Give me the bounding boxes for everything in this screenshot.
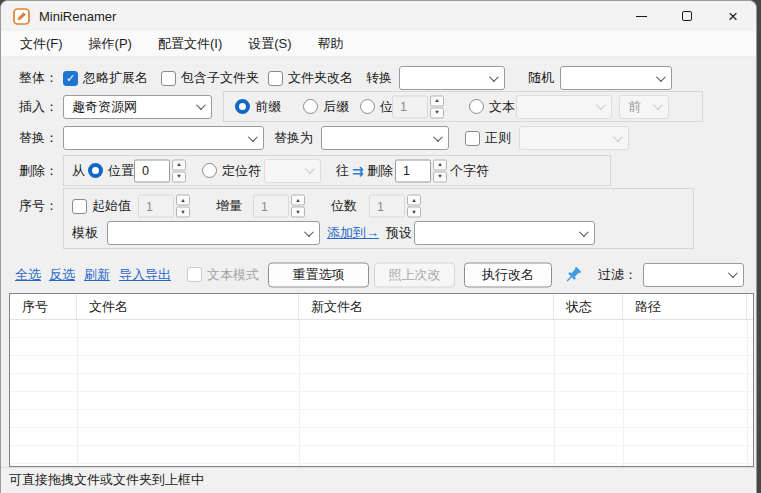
increment-stepper: 1 ▲▼ <box>253 195 305 218</box>
preset-combobox[interactable] <box>414 221 595 245</box>
delete-position-label: 位置 <box>108 162 134 180</box>
locator-label: 定位符 <box>222 162 261 180</box>
toward-label: 往 <box>336 162 349 180</box>
ignore-ext-label: 忽略扩展名 <box>83 69 148 87</box>
chevron-down-icon <box>596 100 606 110</box>
insert-options-group: 前缀 后缀 位置 1 ▲▼ 文本 <box>223 91 703 122</box>
col-header-index[interactable]: 序号 <box>10 294 77 319</box>
chevron-down-icon <box>728 268 738 278</box>
col-header-newname[interactable]: 新文件名 <box>299 294 554 319</box>
col-header-path[interactable]: 路径 <box>623 294 747 319</box>
invert-selection-link[interactable]: 反选 <box>49 266 75 284</box>
replace-find-combobox[interactable] <box>63 126 264 150</box>
window-controls: × <box>618 1 756 31</box>
delete-position-input[interactable]: 0 <box>134 159 170 182</box>
column-divider <box>623 320 624 466</box>
start-value-option: 起始值 <box>72 197 131 215</box>
start-value-checkbox[interactable] <box>72 199 87 214</box>
prefix-option: 前缀 <box>235 98 281 116</box>
insert-front-combobox[interactable]: 前 <box>619 95 669 119</box>
regex-checkbox[interactable] <box>465 131 480 146</box>
menu-settings[interactable]: 设置(S) <box>235 33 304 55</box>
menu-file[interactable]: 文件(F) <box>7 33 76 55</box>
maximize-icon <box>682 11 692 21</box>
col-header-status[interactable]: 状态 <box>554 294 623 319</box>
reset-options-button[interactable]: 重置选项 <box>268 262 369 287</box>
insert-text-label: 文本 <box>489 98 515 116</box>
pin-button[interactable] <box>564 266 582 284</box>
insert-text-combobox[interactable]: 趣奇资源网 <box>63 95 212 119</box>
suffix-radio[interactable] <box>303 99 318 114</box>
insert-text-option: 文本 <box>469 98 515 116</box>
spin-up-button[interactable]: ▲ <box>172 159 186 170</box>
column-divider <box>77 320 78 466</box>
digits-label: 位数 <box>331 197 357 215</box>
table-body-dropzone[interactable] <box>10 320 753 466</box>
direction-arrow-icon[interactable]: ⇉ <box>352 163 364 179</box>
delete-position-stepper: 0 ▲▼ <box>134 159 186 182</box>
minimize-button[interactable] <box>618 1 664 31</box>
digits-input[interactable]: 1 <box>369 195 405 218</box>
delete-count-input[interactable]: 1 <box>395 159 431 182</box>
random-combobox[interactable] <box>560 66 672 90</box>
spin-up-button[interactable]: ▲ <box>433 159 447 170</box>
menu-help[interactable]: 帮助 <box>305 33 357 55</box>
spin-down-button[interactable]: ▼ <box>433 171 447 182</box>
locator-radio[interactable] <box>202 163 217 178</box>
locator-combobox[interactable] <box>264 159 321 183</box>
close-icon: × <box>728 8 738 25</box>
increment-label: 增量 <box>216 197 242 215</box>
filter-label: 过滤： <box>598 266 637 284</box>
replace-with-combobox[interactable] <box>321 126 449 150</box>
maximize-button[interactable] <box>664 1 710 31</box>
prefix-radio[interactable] <box>235 99 250 114</box>
refresh-link[interactable]: 刷新 <box>84 266 110 284</box>
spin-down-button[interactable]: ▼ <box>407 207 421 218</box>
col-header-filename[interactable]: 文件名 <box>77 294 299 319</box>
spin-down-button[interactable]: ▼ <box>291 207 305 218</box>
add-to-link[interactable]: 添加到→ <box>327 224 379 242</box>
replace-mode-combobox[interactable] <box>519 126 629 150</box>
insert-position-radio[interactable] <box>360 99 375 114</box>
spin-up-button[interactable]: ▲ <box>176 195 190 206</box>
rename-folders-option: 文件夹改名 <box>268 69 353 87</box>
menu-operate[interactable]: 操作(P) <box>76 33 145 55</box>
insert-label: 插入： <box>19 98 58 116</box>
import-export-link[interactable]: 导入导出 <box>119 266 171 284</box>
delete-position-option: 位置 <box>88 162 134 180</box>
spin-down-button[interactable]: ▼ <box>176 207 190 218</box>
spin-down-button[interactable]: ▼ <box>430 107 444 118</box>
main-content: 整体： ✓ 忽略扩展名 包含子文件夹 文件夹改名 转换 随机 <box>1 57 756 492</box>
app-window: MiniRenamer × 文件(F) 操作(P) 配置文件(I) 设置(S) … <box>0 0 757 493</box>
include-subfolders-checkbox[interactable] <box>161 71 176 86</box>
replace-label: 替换： <box>19 129 58 147</box>
start-value-input[interactable]: 1 <box>138 195 174 218</box>
spin-up-button[interactable]: ▲ <box>291 195 305 206</box>
insert-custom-text-combobox[interactable] <box>516 95 612 119</box>
delete-word-label: 删除 <box>367 162 393 180</box>
convert-combobox[interactable] <box>399 66 505 90</box>
chevron-down-icon <box>433 132 443 142</box>
rename-folders-checkbox[interactable] <box>268 71 283 86</box>
replace-with-label: 替换为 <box>274 129 313 147</box>
template-combobox[interactable] <box>107 221 320 245</box>
ignore-ext-checkbox[interactable]: ✓ <box>63 71 78 86</box>
title-bar[interactable]: MiniRenamer × <box>1 1 756 31</box>
spin-down-button[interactable]: ▼ <box>172 171 186 182</box>
spin-up-button[interactable]: ▲ <box>407 195 421 206</box>
spin-up-button[interactable]: ▲ <box>430 95 444 106</box>
text-mode-checkbox[interactable] <box>187 267 202 282</box>
insert-text-radio[interactable] <box>469 99 484 114</box>
menu-profiles[interactable]: 配置文件(I) <box>145 33 235 55</box>
action-row: 全选 反选 刷新 导入导出 文本模式 重置选项 照上次改 执行改名 <box>1 261 756 288</box>
close-button[interactable]: × <box>710 1 756 31</box>
redo-last-button[interactable]: 照上次改 <box>374 262 455 287</box>
increment-input[interactable]: 1 <box>253 195 289 218</box>
select-all-link[interactable]: 全选 <box>15 266 41 284</box>
execute-rename-button[interactable]: 执行改名 <box>464 262 552 287</box>
locator-option: 定位符 <box>202 162 261 180</box>
filter-combobox[interactable] <box>643 263 744 287</box>
insert-position-input[interactable]: 1 <box>392 95 428 118</box>
delete-position-radio[interactable] <box>88 163 103 178</box>
include-subfolders-label: 包含子文件夹 <box>181 69 259 87</box>
